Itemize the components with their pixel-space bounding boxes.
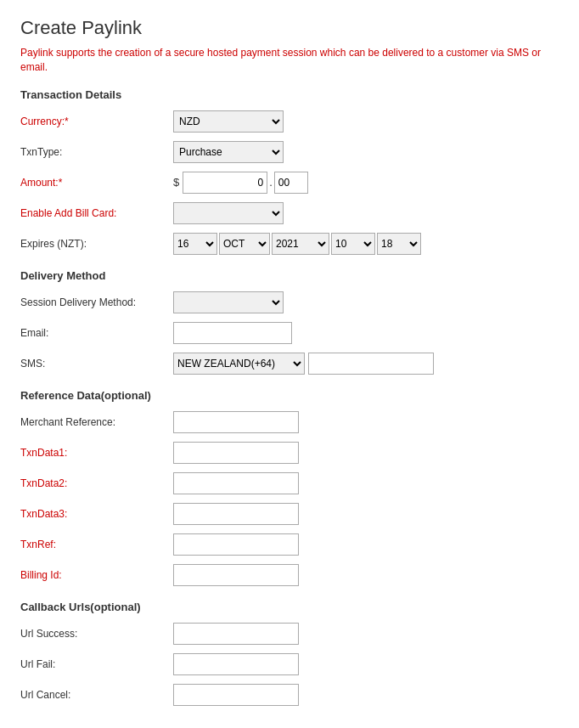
email-input[interactable] xyxy=(173,322,292,344)
txndata1-row: TxnData1: xyxy=(20,441,559,465)
expires-year-select[interactable]: 2021 202220232024 xyxy=(272,233,329,255)
amount-decimal-input[interactable] xyxy=(274,172,308,194)
txnref-row: TxnRef: xyxy=(20,533,559,556)
callback-section: Callback Urls(optional) Url Success: Url… xyxy=(20,601,559,707)
email-row: Email: xyxy=(20,321,559,345)
amount-prefix: $ xyxy=(173,176,179,189)
url-success-row: Url Success: xyxy=(20,622,559,646)
amount-integer-input[interactable] xyxy=(183,172,267,194)
delivery-section: Delivery Method Session Delivery Method:… xyxy=(20,269,559,375)
expires-row: Expires (NZT): 16 12345 678910 111213141… xyxy=(20,232,559,256)
txndata2-row: TxnData2: xyxy=(20,471,559,495)
txntype-label: TxnType: xyxy=(20,146,173,158)
currency-label: Currency:* xyxy=(20,116,173,127)
txndata3-label: TxnData3: xyxy=(20,508,173,520)
txnref-label: TxnRef: xyxy=(20,539,173,550)
sms-number-input[interactable] xyxy=(308,353,434,375)
expires-minute-select[interactable]: 18 01234 56789 1011121314 1516171920 212… xyxy=(377,233,421,255)
txnref-input[interactable] xyxy=(173,533,299,556)
add-bill-row: Enable Add Bill Card: Yes No xyxy=(20,201,559,225)
url-fail-label: Url Fail: xyxy=(20,658,173,670)
add-bill-label: Enable Add Bill Card: xyxy=(20,207,173,219)
expires-wrapper: 16 12345 678910 1112131415 1718192021 22… xyxy=(173,233,421,255)
expires-label: Expires (NZT): xyxy=(20,238,173,250)
url-cancel-row: Url Cancel: xyxy=(20,683,559,707)
txndata1-label: TxnData1: xyxy=(20,447,173,459)
page-title: Create Paylink xyxy=(20,17,559,39)
delivery-section-title: Delivery Method xyxy=(20,269,559,282)
add-bill-select[interactable]: Yes No xyxy=(173,202,284,224)
reference-section-title: Reference Data(optional) xyxy=(20,389,559,402)
button-wrapper: + Create Paylink xyxy=(20,720,559,728)
url-fail-input[interactable] xyxy=(173,653,299,675)
sms-row: SMS: NEW ZEALAND(+64) AUSTRALIA(+61) USA… xyxy=(20,352,559,375)
txntype-select[interactable]: Purchase Auth xyxy=(173,141,284,163)
url-cancel-label: Url Cancel: xyxy=(20,689,173,701)
amount-label: Amount:* xyxy=(20,177,173,189)
expires-day-select[interactable]: 16 12345 678910 1112131415 1718192021 22… xyxy=(173,233,217,255)
sms-label: SMS: xyxy=(20,358,173,370)
txntype-row: TxnType: Purchase Auth xyxy=(20,140,559,164)
delivery-method-label: Session Delivery Method: xyxy=(20,296,173,308)
billing-id-input[interactable] xyxy=(173,564,299,586)
url-fail-row: Url Fail: xyxy=(20,652,559,676)
delivery-method-row: Session Delivery Method: Email SMS xyxy=(20,291,559,314)
amount-wrapper: $ . xyxy=(173,172,308,194)
txndata3-input[interactable] xyxy=(173,503,299,525)
billing-id-label: Billing Id: xyxy=(20,569,173,581)
sms-country-select[interactable]: NEW ZEALAND(+64) AUSTRALIA(+61) USA(+1) xyxy=(173,353,305,375)
sms-wrapper: NEW ZEALAND(+64) AUSTRALIA(+61) USA(+1) xyxy=(173,353,434,375)
transaction-section-title: Transaction Details xyxy=(20,88,559,101)
url-success-input[interactable] xyxy=(173,623,299,645)
merchant-ref-label: Merchant Reference: xyxy=(20,416,173,428)
merchant-ref-input[interactable] xyxy=(173,411,299,433)
intro-text: Paylink supports the creation of a secur… xyxy=(20,46,559,75)
delivery-method-select[interactable]: Email SMS xyxy=(173,291,284,313)
callback-section-title: Callback Urls(optional) xyxy=(20,601,559,613)
merchant-ref-row: Merchant Reference: xyxy=(20,410,559,434)
txndata2-label: TxnData2: xyxy=(20,477,173,489)
currency-row: Currency:* NZD AUD USD GBP xyxy=(20,110,559,133)
url-cancel-input[interactable] xyxy=(173,684,299,706)
billing-id-row: Billing Id: xyxy=(20,563,559,587)
amount-dot: . xyxy=(269,176,273,189)
txndata2-input[interactable] xyxy=(173,472,299,494)
txndata1-input[interactable] xyxy=(173,442,299,464)
url-success-label: Url Success: xyxy=(20,628,173,640)
amount-row: Amount:* $ . xyxy=(20,171,559,195)
txndata3-row: TxnData3: xyxy=(20,502,559,526)
email-label: Email: xyxy=(20,327,173,339)
expires-hour-select[interactable]: 10 01234 56789 1112131415 1617181920 212… xyxy=(331,233,375,255)
transaction-section: Transaction Details Currency:* NZD AUD U… xyxy=(20,88,559,256)
currency-select[interactable]: NZD AUD USD GBP xyxy=(173,110,284,133)
reference-section: Reference Data(optional) Merchant Refere… xyxy=(20,389,559,587)
expires-month-select[interactable]: OCT JANFEBMARAPR MAYJUNJULAUG SEPNOVDEC xyxy=(219,233,270,255)
